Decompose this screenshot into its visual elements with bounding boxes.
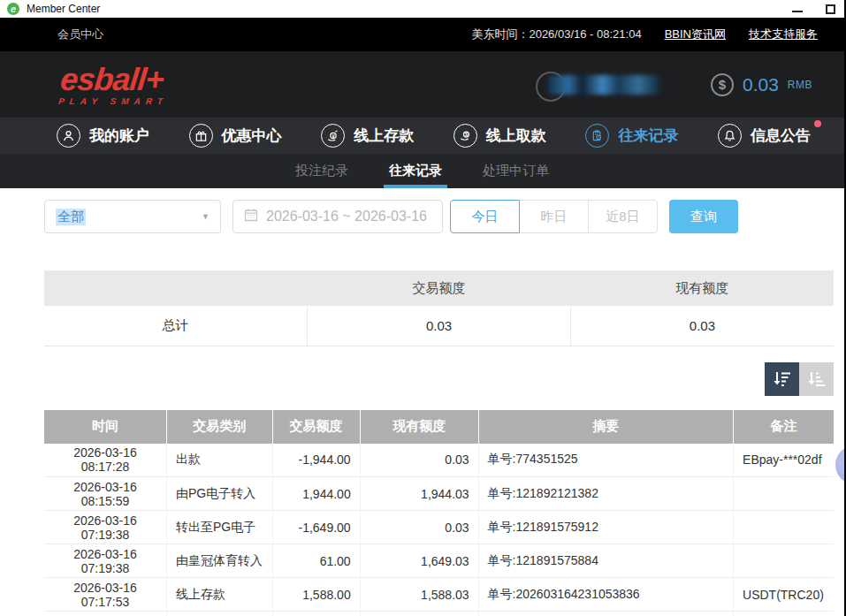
table-cell: 2026-03-16 08:17:28 xyxy=(44,444,166,477)
maximize-button[interactable] xyxy=(826,4,835,14)
table-cell: 1,944.00 xyxy=(272,477,360,511)
table-cell: 单号:774351525 xyxy=(478,444,733,477)
user-account-chip[interactable] xyxy=(536,75,661,95)
table-cell xyxy=(360,612,478,616)
yesterday-button[interactable]: 昨日 xyxy=(519,200,589,233)
col-type: 交易类别 xyxy=(166,410,272,444)
col-balance: 现有额度 xyxy=(360,410,478,444)
balance-currency: RMB xyxy=(788,79,812,91)
sort-ascending-icon xyxy=(807,370,827,388)
table-cell: 0.03 xyxy=(360,444,478,477)
table-header-row: 时间 交易类别 交易额度 现有额度 摘要 备注 xyxy=(44,410,834,444)
summary-transaction-total: 0.03 xyxy=(308,306,571,346)
table-cell: 2026-03-16 07:19:38 xyxy=(44,511,166,544)
sub-nav: 投注纪录 往来记录 处理中订单 xyxy=(0,154,844,188)
table-cell: USDT(TRC20) xyxy=(734,578,834,612)
window-title: Member Center xyxy=(27,3,100,15)
col-summary: 摘要 xyxy=(478,410,733,444)
table-cell: 0.03 xyxy=(360,511,478,544)
summary-balance-total: 0.03 xyxy=(570,306,834,346)
table-cell: 2026-03-16 08:15:59 xyxy=(44,477,166,511)
sort-descending-icon xyxy=(773,370,792,388)
nav-withdraw[interactable]: $ 线上取款 xyxy=(453,124,546,148)
brand-header: esball+ PLAY SMART $ 0.03 RMB xyxy=(0,51,844,118)
nav-transaction-records[interactable]: 往来记录 xyxy=(585,124,678,148)
dollar-coin-icon: $ xyxy=(711,73,734,96)
chevron-down-icon: ▼ xyxy=(202,212,210,221)
table-cell xyxy=(166,612,272,616)
today-button[interactable]: 今日 xyxy=(450,200,520,233)
table-cell: -1,944.00 xyxy=(272,444,360,477)
minimize-button[interactable] xyxy=(792,11,803,12)
wallet-balance[interactable]: $ 0.03 RMB xyxy=(711,73,812,96)
table-row: 2026-03-16 08:15:59由PG电子转入1,944.001,944.… xyxy=(44,477,834,511)
table-cell: 2026-03-16 07:17:53 xyxy=(44,578,166,612)
sort-descending-button[interactable] xyxy=(765,362,799,396)
table-row: 2026-03-16 07:19:38由皇冠体育转入61.001,649.03单… xyxy=(44,544,834,578)
withdraw-icon: $ xyxy=(453,124,477,148)
bbin-news-link[interactable]: BBIN资讯网 xyxy=(665,27,726,42)
table-cell: EBpay-***02df xyxy=(734,444,834,477)
table-cell: -1,649.00 xyxy=(272,511,360,544)
table-cell xyxy=(734,544,834,578)
summary-total-label: 总计 xyxy=(44,306,308,346)
info-bar: 会员中心 美东时间：2026/03/16 - 08:21:04 BBIN资讯网 … xyxy=(0,18,844,51)
table-cell: 2026-03-16 07:19:38 xyxy=(44,544,166,578)
table-cell: 由皇冠体育转入 xyxy=(166,544,272,578)
tech-support-link[interactable]: 技术支持服务 xyxy=(749,27,818,42)
last-8-days-button[interactable]: 近8日 xyxy=(588,200,658,233)
nav-my-account[interactable]: 我的账户 xyxy=(57,124,149,148)
table-cell xyxy=(478,612,733,616)
summary-header-transaction: 交易额度 xyxy=(308,270,571,306)
table-cell: 1,944.03 xyxy=(360,477,478,511)
calendar-icon xyxy=(244,208,258,225)
date-range-input[interactable]: 2026-03-16 ~ 2026-03-16 xyxy=(232,200,443,233)
table-cell: 单号:121892121382 xyxy=(478,477,733,511)
tab-bet-records[interactable]: 投注纪录 xyxy=(290,154,354,188)
deposit-icon: ¥ xyxy=(321,124,345,148)
eastern-time-label: 美东时间：2026/03/16 - 08:21:04 xyxy=(471,27,641,42)
gift-icon xyxy=(189,124,213,148)
quick-date-group: 今日 昨日 近8日 xyxy=(450,200,658,233)
table-cell: 单号:121891575884 xyxy=(478,544,733,578)
nav-announcements[interactable]: 信息公告 xyxy=(718,124,811,148)
window-titlebar: e Member Center xyxy=(0,0,844,18)
sort-ascending-button[interactable] xyxy=(799,362,834,396)
table-cell: 1,588.00 xyxy=(272,578,360,612)
main-nav: 我的账户 优惠中心 ¥ 线上存款 $ 线上取款 往来记录 xyxy=(0,118,844,154)
nav-deposit[interactable]: ¥ 线上存款 xyxy=(321,124,414,148)
user-icon xyxy=(57,124,80,148)
table-row: 2026-03-16 07:19:38转出至PG电子-1,649.000.03单… xyxy=(44,511,834,544)
table-cell: 单号:202603164231053836 xyxy=(478,578,733,612)
transactions-table: 时间 交易类别 交易额度 现有额度 摘要 备注 2026-03-16 08:17… xyxy=(44,410,834,616)
table-cell: 1,649.03 xyxy=(360,544,478,578)
table-cell xyxy=(734,477,834,511)
table-cell: 1,588.03 xyxy=(360,578,478,612)
app-icon: e xyxy=(7,3,19,15)
table-cell xyxy=(272,612,360,616)
table-row xyxy=(44,612,834,616)
category-selected-value: 全部 xyxy=(56,209,86,225)
tab-pending-orders[interactable]: 处理中订单 xyxy=(477,154,554,188)
category-select[interactable]: 全部 ▼ xyxy=(44,200,221,233)
floating-widget-button[interactable] xyxy=(835,445,846,484)
table-cell: 线上存款 xyxy=(166,578,272,612)
tab-transaction-records[interactable]: 往来记录 xyxy=(384,154,447,188)
col-note: 备注 xyxy=(734,410,834,444)
nav-promotions[interactable]: 优惠中心 xyxy=(189,124,282,148)
summary-table: 交易额度 现有额度 总计 0.03 0.03 xyxy=(44,270,834,346)
table-cell: 由PG电子转入 xyxy=(166,477,272,511)
username-redacted xyxy=(548,75,661,95)
table-row: 2026-03-16 07:17:53线上存款1,588.001,588.03单… xyxy=(44,578,834,612)
summary-header-balance: 现有额度 xyxy=(570,270,834,306)
esball-logo: esball+ PLAY SMART xyxy=(57,64,171,106)
col-time: 时间 xyxy=(44,410,166,444)
date-range-value: 2026-03-16 ~ 2026-03-16 xyxy=(266,209,427,224)
sort-controls xyxy=(44,362,834,396)
table-cell: 单号:121891575912 xyxy=(478,511,733,544)
summary-total-row: 总计 0.03 0.03 xyxy=(44,306,834,346)
table-cell xyxy=(734,511,834,544)
notification-dot xyxy=(814,120,821,127)
member-center-label: 会员中心 xyxy=(57,27,103,42)
search-button[interactable]: 查询 xyxy=(669,200,738,233)
